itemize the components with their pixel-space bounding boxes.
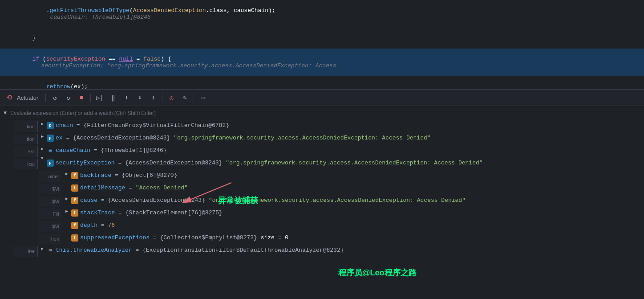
code-line-1: .getFirstThrowableOfType(AccessDeniedExc… <box>0 0 644 28</box>
expression-expand-btn[interactable]: ▼ <box>4 110 7 116</box>
expand-securityexception[interactable]: ▶ <box>40 157 45 166</box>
debug-content-ex: ex = {AccessDeniedException@8243} "org.s… <box>56 134 644 143</box>
code-line-2: } <box>0 28 644 49</box>
edit-button[interactable]: ✎ <box>179 92 190 103</box>
left-label-cause: $Vi <box>38 196 62 207</box>
toolbar-divider-4 <box>194 94 194 102</box>
type-icon-cause: f <box>71 197 78 204</box>
code-line-2-content: } <box>4 28 644 48</box>
type-icon-suppressedexceptions: f <box>71 234 78 242</box>
left-label-throwableanalyzer: lter <box>13 246 38 257</box>
expand-stacktrace[interactable]: ▶ <box>62 209 71 214</box>
debug-item-chain: tion ▶ p chain = {FilterChainProxy$Virtu… <box>0 120 644 133</box>
step-up-button[interactable]: ⬆ <box>148 92 158 103</box>
debug-item-depth: $Vi ▶ f depth = 76 <box>0 220 644 233</box>
type-icon-stacktrace: f <box>71 209 78 217</box>
step-out-button[interactable]: ⬆ <box>121 92 132 103</box>
actuator-icon: ⟲ <box>4 92 14 103</box>
expand-causechain[interactable]: ▶ <box>38 146 47 152</box>
type-icon-chain: p <box>47 122 54 129</box>
code-line-4: rethrow(ex); <box>0 76 644 89</box>
type-icon-causechain: ≡ <box>47 147 54 154</box>
left-label-ex: tion <box>13 134 38 144</box>
debug-item-causechain: $Vi ▶ ≡ causeChain = {Throwable[1]@8246} <box>0 145 644 158</box>
debug-item-backtrace: older ▶ f backtrace = {Object[6]@8270} <box>0 170 644 183</box>
left-label-securityexception: ical <box>13 159 38 169</box>
toolbar-divider-3 <box>162 94 162 102</box>
debug-content-causechain: causeChain = {Throwable[1]@8246} <box>56 146 644 155</box>
more-button[interactable]: ⋯ <box>198 92 208 103</box>
step-over-button[interactable]: ▷| <box>94 92 105 103</box>
left-label-suppressedexceptions: hen <box>38 233 62 244</box>
expression-text: Evaluate expression (Enter) or add a wat… <box>10 110 156 116</box>
code-editor: .getFirstThrowableOfType(AccessDeniedExc… <box>0 0 644 89</box>
expression-bar: ▼ Evaluate expression (Enter) or add a w… <box>0 106 644 120</box>
toolbar-divider-2 <box>90 94 91 102</box>
debug-content-backtrace: backtrace = {Object[6]@8270} <box>80 171 644 180</box>
resume-button[interactable]: ↻ <box>63 92 73 103</box>
left-label-chain: tion <box>13 121 38 132</box>
code-line-1-content: .getFirstThrowableOfType(AccessDeniedExc… <box>4 0 644 27</box>
debug-content-throwableanalyzer: this.throwableAnalyzer = {ExceptionTrans… <box>56 246 644 255</box>
toolbar: ⟲ Actuator ↺ ↻ ■ ▷| ‖ ⬆ ⬇ ⬆ ◎ ✎ ⋯ <box>0 89 644 106</box>
left-label-causechain: $Vi <box>13 146 38 157</box>
actuator-label: Actuator <box>17 94 38 101</box>
type-icon-securityexception: p <box>47 160 54 167</box>
type-icon-depth: f <box>71 222 78 229</box>
code-line-3: if (securityException == null = false) {… <box>0 49 644 76</box>
debug-item-suppressedexceptions: hen ▶ f suppressedExceptions = {Collecti… <box>0 233 644 245</box>
debug-item-detailmessage: $Vi ▶ f detailMessage = "Access Denied" <box>0 183 644 195</box>
left-label-stacktrace: Filt <box>38 209 62 219</box>
debug-content-stacktrace: stackTrace = {StackTraceElement[76]@8275… <box>80 209 644 217</box>
type-icon-throwableanalyzer: ∞ <box>47 247 54 254</box>
debug-content-detailmessage: detailMessage = "Access Denied" <box>80 184 644 193</box>
expand-cause[interactable]: ▶ <box>62 196 71 201</box>
rerun-button[interactable]: ↺ <box>49 92 60 103</box>
type-icon-backtrace: f <box>71 172 78 179</box>
debug-item-securityexception: ical ▶ p securityException = {AccessDeni… <box>0 158 644 170</box>
debug-content-chain: chain = {FilterChainProxy$VirtualFilterC… <box>56 121 644 130</box>
expand-backtrace[interactable]: ▶ <box>62 171 71 176</box>
type-icon-ex: p <box>47 135 54 142</box>
left-label-backtrace: older <box>38 171 62 182</box>
expand-ex[interactable]: ▶ <box>38 134 47 139</box>
code-line-3-content: if (securityException == null = false) {… <box>4 49 644 76</box>
debug-item-throwableanalyzer: lter ▶ ∞ this.throwableAnalyzer = {Excep… <box>0 245 644 258</box>
debug-content-depth: depth = 76 <box>80 221 644 230</box>
debug-item-cause: $Vi ▶ f cause = {AccessDeniedException@8… <box>0 195 644 208</box>
toolbar-divider-1 <box>45 94 46 102</box>
stop-button[interactable]: ■ <box>76 92 87 103</box>
left-label-detailmessage: $Vi <box>38 184 62 194</box>
debug-content-cause: cause = {AccessDeniedException@8243} "or… <box>80 196 644 205</box>
expand-throwableanalyzer[interactable]: ▶ <box>38 246 47 251</box>
debug-item-stacktrace: Filt ▶ f stackTrace = {StackTraceElement… <box>0 208 644 220</box>
main-container: .getFirstThrowableOfType(AccessDeniedExc… <box>0 0 644 299</box>
step-down-button[interactable]: ⬇ <box>134 92 145 103</box>
debug-content-securityexception: securityException = {AccessDeniedExcepti… <box>56 159 644 168</box>
type-icon-detailmessage: f <box>71 184 78 192</box>
left-label-depth: $Vi <box>38 221 62 232</box>
step-into-button[interactable]: ‖ <box>108 92 118 103</box>
expand-chain[interactable]: ▶ <box>38 121 47 127</box>
watch-button[interactable]: ◎ <box>166 92 177 103</box>
code-line-4-content: rethrow(ex); <box>4 77 644 89</box>
debug-item-ex: tion ▶ p ex = {AccessDeniedException@824… <box>0 133 644 145</box>
debug-panel: tion ▶ p chain = {FilterChainProxy$Virtu… <box>0 120 644 299</box>
debug-content-suppressedexceptions: suppressedExceptions = {Collections$Empt… <box>80 233 644 242</box>
